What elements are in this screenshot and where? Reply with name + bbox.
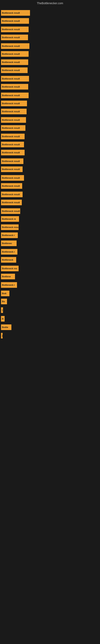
bar-item: Bottleneck result bbox=[1, 109, 27, 114]
bar-label: Bo bbox=[2, 300, 5, 303]
bar-label: Bottleneck result bbox=[2, 177, 20, 179]
bar-item: Bottleneck result bbox=[1, 43, 29, 49]
bar-item: Bottleneck result bbox=[1, 92, 29, 98]
bar-item: Bottleneck result bbox=[1, 18, 29, 24]
bar-item: | bbox=[1, 307, 3, 313]
bar-item: Bottleneck res bbox=[1, 266, 19, 271]
bar-item: Bottleneck r bbox=[1, 249, 17, 254]
bar-label: Bottleneck re bbox=[2, 218, 16, 220]
bar-item: Bottleneck result bbox=[1, 59, 28, 65]
bar-label: Bottleneck bbox=[2, 258, 13, 261]
bar-item: Bottleneck re bbox=[1, 216, 19, 222]
bar-label: Bottleneck result bbox=[2, 193, 20, 196]
bar-item: Bottleneck result bbox=[1, 125, 25, 131]
bar-label: Bottleneck result bbox=[2, 20, 20, 22]
bar-item: Bottleneck result bbox=[1, 34, 28, 40]
bar-label: Bottleneck r bbox=[2, 234, 15, 236]
bar-label: Bottleneck result bbox=[2, 226, 19, 228]
bar-label: Bottlene bbox=[2, 275, 11, 278]
bar-item: Bottleneck result bbox=[1, 76, 29, 82]
bar-label: Bottleneck result bbox=[2, 160, 20, 162]
bar-item: Bottleneck result bbox=[1, 208, 20, 214]
bar-label: Bottleneck result bbox=[2, 78, 20, 80]
bar-label: Bottleneck result bbox=[2, 69, 20, 72]
bar-label: Bottleneck result bbox=[2, 119, 20, 121]
bar-label: Bottleneck result bbox=[2, 53, 20, 55]
bar-label: Bott bbox=[2, 292, 6, 295]
bar-item: Bottleneck result bbox=[1, 224, 19, 230]
bar-label: Bottleneck result bbox=[2, 168, 20, 170]
bar-item: Bottleneck result bbox=[1, 117, 26, 123]
site-title: TheBottlenecker.com bbox=[0, 0, 100, 6]
chart-area: Bottleneck resultBottleneck resultBottle… bbox=[0, 6, 100, 640]
bar-item: Bottleneck result bbox=[1, 10, 30, 16]
bar-label: | bbox=[2, 309, 2, 311]
bar-item: Bottlenec bbox=[1, 240, 17, 246]
bar-item: Bottleneck result bbox=[1, 26, 29, 32]
bar-item: Bottleneck result bbox=[1, 200, 22, 205]
bar-item: Bo bbox=[1, 299, 7, 304]
bar-item: Bottleneck r bbox=[1, 282, 17, 288]
bar-label: Bottleneck result bbox=[2, 28, 20, 30]
bar-item: Bottleneck bbox=[1, 257, 16, 263]
bar-item: Bottleneck result bbox=[1, 142, 24, 147]
bar-item: Bottleneck result bbox=[1, 166, 23, 172]
bar-item: B bbox=[1, 316, 4, 322]
bar-item: Bottle bbox=[1, 324, 11, 330]
bar-item: Bottleneck result bbox=[1, 84, 28, 90]
bar-label: Bottleneck result bbox=[2, 143, 20, 146]
bar-item: Bottleneck result bbox=[1, 100, 27, 106]
bar-item: Bottleneck result bbox=[1, 158, 23, 164]
bar-label: Bottleneck result bbox=[2, 151, 20, 154]
bar-item: Bottleneck result bbox=[1, 192, 23, 197]
bar-item: Bottleneck result bbox=[1, 183, 22, 189]
bar-label: Bottleneck result bbox=[2, 135, 20, 138]
bar-item: | bbox=[1, 333, 2, 338]
bar-item: Bottleneck result bbox=[1, 175, 24, 181]
bar-item: Bottlene bbox=[1, 274, 15, 279]
bar-label: Bottleneck result bbox=[2, 45, 20, 47]
bar-label: | bbox=[2, 334, 2, 337]
bar-item: Bottleneck result bbox=[1, 150, 25, 155]
bar-item: Bottleneck result bbox=[1, 68, 28, 73]
bar-label: Bottleneck result bbox=[2, 36, 20, 39]
bar-label: Bottleneck result bbox=[2, 185, 20, 187]
bar-label: Bottleneck result bbox=[2, 86, 20, 88]
bar-label: Bottleneck result bbox=[2, 127, 20, 129]
bar-label: Bottleneck result bbox=[2, 61, 20, 64]
bar-label: Bottle bbox=[2, 326, 8, 328]
bar-label: Bottleneck r bbox=[2, 284, 15, 286]
bar-label: B bbox=[2, 318, 3, 320]
bar-item: Bottleneck result bbox=[1, 134, 25, 139]
bar-label: Bottleneck result bbox=[2, 110, 20, 113]
bar-label: Bottleneck result bbox=[2, 201, 20, 204]
bar-label: Bottleneck result bbox=[2, 12, 20, 14]
bar-label: Bottleneck r bbox=[2, 250, 15, 253]
bar-item: Bott bbox=[1, 290, 9, 296]
bar-item: Bottleneck result bbox=[1, 51, 29, 57]
bar-label: Bottleneck res bbox=[2, 267, 17, 270]
bar-label: Bottlenec bbox=[2, 242, 12, 244]
bar-label: Bottleneck result bbox=[2, 210, 20, 212]
bar-item: Bottleneck r bbox=[1, 232, 18, 238]
bar-label: Bottleneck result bbox=[2, 102, 20, 105]
bar-label: Bottleneck result bbox=[2, 94, 20, 96]
